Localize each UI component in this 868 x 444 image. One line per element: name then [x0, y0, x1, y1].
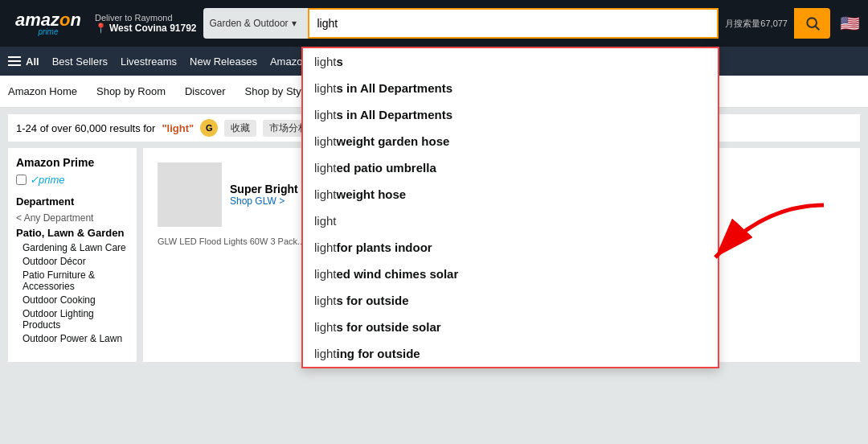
autocomplete-match-prefix: light — [314, 347, 337, 360]
prime-logo-label: ✓prime — [30, 174, 65, 186]
nav-best-sellers[interactable]: Best Sellers — [52, 56, 108, 68]
autocomplete-match-suffix: for plants indoor — [337, 240, 432, 254]
prime-checkbox[interactable]: ✓prime — [16, 174, 129, 186]
deliver-area[interactable]: Deliver to Raymond 📍 West Covina 91792 — [95, 13, 197, 34]
autocomplete-match-prefix: light — [314, 55, 337, 68]
svg-line-1 — [815, 27, 819, 31]
monthly-search-label: 月搜索量 67,077 — [719, 8, 794, 39]
autocomplete-item[interactable]: lightweight garden hose — [303, 128, 718, 154]
sub-nav-amazon-home[interactable]: Amazon Home — [8, 85, 77, 97]
autocomplete-match-prefix: light — [314, 134, 337, 148]
autocomplete-match-prefix: light — [314, 267, 337, 281]
result-count: 1-24 of over 60,000 results for — [16, 122, 155, 134]
dept-link-5[interactable]: Outdoor Power & Lawn — [23, 333, 129, 344]
autocomplete-match-suffix: s for outside — [337, 294, 409, 307]
autocomplete-item[interactable]: lights — [303, 48, 718, 75]
location-pin-icon: 📍 — [95, 23, 107, 34]
flag-icon: 🇺🇸 — [840, 14, 860, 33]
autocomplete-match-suffix: ed patio umbrella — [337, 161, 436, 175]
search-term: "light" — [162, 122, 194, 134]
autocomplete-item[interactable]: light for plants indoor — [303, 234, 718, 261]
autocomplete-match-suffix: s in All Departments — [337, 108, 452, 121]
autocomplete-dropdown: lightslights in All Departmentslights in… — [301, 47, 719, 368]
any-dept-link[interactable]: < Any Department — [16, 212, 129, 224]
chevron-down-icon: ▾ — [292, 18, 297, 29]
g-badge[interactable]: G — [200, 119, 218, 137]
autocomplete-item[interactable]: lights for outside solar — [303, 314, 718, 340]
logo-area[interactable]: amazon prime — [8, 11, 88, 36]
amazon-logo: amazon — [15, 11, 81, 29]
autocomplete-match-prefix: light — [314, 240, 337, 254]
deliver-to-label: Deliver to Raymond — [95, 13, 197, 23]
autocomplete-match-prefix: light — [314, 81, 337, 95]
header: amazon prime Deliver to Raymond 📍 West C… — [0, 0, 868, 47]
search-input[interactable] — [308, 8, 719, 39]
dept-name[interactable]: Patio, Lawn & Garden — [16, 227, 129, 239]
nav-livestreams[interactable]: Livestreams — [121, 56, 177, 68]
dept-section: Department < Any Department Patio, Lawn … — [16, 195, 129, 344]
prime-check-input[interactable] — [16, 175, 27, 185]
prime-section: Amazon Prime ✓prime — [16, 156, 129, 186]
autocomplete-match-prefix: light — [314, 294, 337, 307]
category-dropdown[interactable]: Garden & Outdoor ▾ — [203, 8, 308, 39]
search-button[interactable] — [794, 8, 830, 39]
autocomplete-item[interactable]: lighting for outside — [303, 340, 718, 367]
dept-link-3[interactable]: Outdoor Cooking — [23, 294, 129, 306]
autocomplete-item[interactable]: lighted patio umbrella — [303, 154, 718, 181]
nav-all-label: All — [26, 56, 39, 68]
autocomplete-match-prefix: light — [314, 187, 337, 201]
dept-link-2[interactable]: Patio Furniture & Accessories — [23, 269, 129, 292]
sub-nav-shop-by-room[interactable]: Shop by Room — [96, 85, 166, 97]
autocomplete-match-suffix: s in All Departments — [337, 81, 452, 95]
autocomplete-item[interactable]: light — [303, 208, 718, 234]
nav-all[interactable]: All — [8, 56, 39, 68]
nav-new-releases[interactable]: New Releases — [190, 56, 257, 68]
autocomplete-match-prefix: light — [314, 320, 337, 334]
autocomplete-match-prefix: light — [314, 214, 337, 228]
location-label: 📍 West Covina 91792 — [95, 23, 197, 34]
autocomplete-match-suffix: s — [337, 55, 343, 68]
product-image — [158, 162, 222, 227]
sidebar: Amazon Prime ✓prime Department < Any Dep… — [8, 148, 137, 362]
autocomplete-match-suffix: ing for outside — [337, 347, 420, 360]
autocomplete-match-suffix: weight hose — [337, 187, 407, 201]
svg-point-0 — [807, 18, 817, 27]
dept-sub-links: Gardening & Lawn Care Outdoor Décor Pati… — [16, 242, 129, 344]
autocomplete-item[interactable]: lighted wind chimes solar — [303, 261, 718, 287]
search-icon — [805, 15, 821, 31]
dept-link-4[interactable]: Outdoor Lighting Products — [23, 308, 129, 331]
action-collect[interactable]: 收藏 — [224, 120, 256, 137]
autocomplete-item[interactable]: lights for outside — [303, 287, 718, 314]
autocomplete-match-suffix: ed wind chimes solar — [337, 267, 459, 281]
autocomplete-match-prefix: light — [314, 108, 337, 121]
autocomplete-item[interactable]: lights in All Departments — [303, 101, 718, 128]
sub-nav-discover[interactable]: Discover — [185, 85, 226, 97]
dept-link-0[interactable]: Gardening & Lawn Care — [23, 242, 129, 253]
autocomplete-match-suffix: s for outside solar — [337, 320, 441, 334]
prime-title: Amazon Prime — [16, 156, 129, 169]
hamburger-icon — [8, 56, 21, 66]
dept-title: Department — [16, 195, 129, 208]
autocomplete-item[interactable]: lightweight hose — [303, 181, 718, 208]
autocomplete-match-prefix: light — [314, 161, 337, 175]
autocomplete-match-suffix: weight garden hose — [337, 134, 450, 148]
prime-logo: prime — [38, 27, 58, 36]
dept-link-1[interactable]: Outdoor Décor — [23, 256, 129, 267]
autocomplete-item[interactable]: lights in All Departments — [303, 75, 718, 101]
search-bar: Garden & Outdoor ▾ 月搜索量 67,077 — [203, 8, 831, 39]
